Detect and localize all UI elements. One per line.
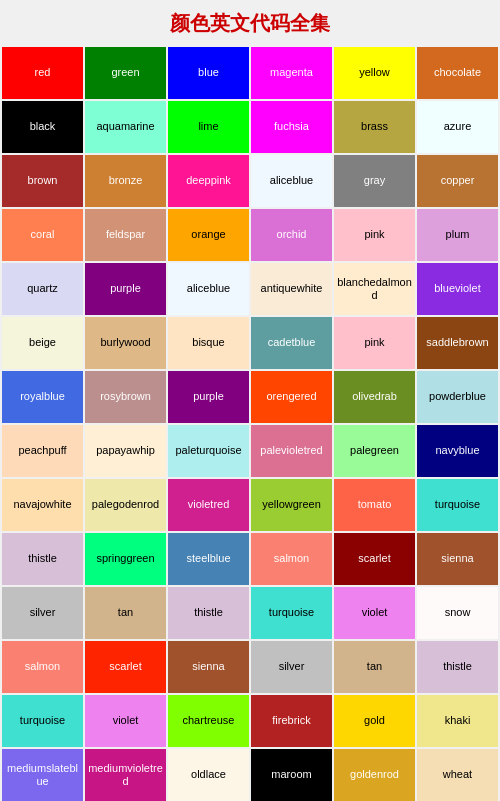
color-cell: purple: [168, 371, 249, 423]
color-cell: violet: [85, 695, 166, 747]
color-cell: royalblue: [2, 371, 83, 423]
color-cell: fuchsia: [251, 101, 332, 153]
color-cell: plum: [417, 209, 498, 261]
color-cell: palegreen: [334, 425, 415, 477]
color-cell: palegodenrod: [85, 479, 166, 531]
color-cell: papayawhip: [85, 425, 166, 477]
color-cell: brass: [334, 101, 415, 153]
color-cell: brown: [2, 155, 83, 207]
color-cell: salmon: [251, 533, 332, 585]
color-cell: lime: [168, 101, 249, 153]
color-cell: quartz: [2, 263, 83, 315]
color-cell: magenta: [251, 47, 332, 99]
color-cell: antiquewhite: [251, 263, 332, 315]
color-cell: thistle: [168, 587, 249, 639]
color-cell: aliceblue: [251, 155, 332, 207]
color-cell: pink: [334, 209, 415, 261]
color-cell: blanchedalmond: [334, 263, 415, 315]
color-cell: copper: [417, 155, 498, 207]
color-cell: tomato: [334, 479, 415, 531]
color-cell: silver: [251, 641, 332, 693]
color-cell: turquoise: [417, 479, 498, 531]
color-cell: snow: [417, 587, 498, 639]
color-cell: gray: [334, 155, 415, 207]
color-cell: peachpuff: [2, 425, 83, 477]
color-cell: violet: [334, 587, 415, 639]
color-cell: purple: [85, 263, 166, 315]
color-cell: violetred: [168, 479, 249, 531]
color-cell: burlywood: [85, 317, 166, 369]
color-cell: paleturquoise: [168, 425, 249, 477]
color-cell: powderblue: [417, 371, 498, 423]
color-cell: orange: [168, 209, 249, 261]
color-cell: blue: [168, 47, 249, 99]
color-cell: yellow: [334, 47, 415, 99]
color-cell: saddlebrown: [417, 317, 498, 369]
color-cell: turquoise: [2, 695, 83, 747]
page-title: 颜色英文代码全集: [0, 0, 500, 45]
color-cell: bronze: [85, 155, 166, 207]
color-cell: gold: [334, 695, 415, 747]
color-cell: chocolate: [417, 47, 498, 99]
color-cell: oldlace: [168, 749, 249, 801]
color-cell: coral: [2, 209, 83, 261]
color-cell: firebrick: [251, 695, 332, 747]
color-cell: springgreen: [85, 533, 166, 585]
color-grid: redgreenbluemagentayellowchocolateblacka…: [0, 45, 500, 801]
color-cell: beige: [2, 317, 83, 369]
color-cell: orchid: [251, 209, 332, 261]
color-cell: green: [85, 47, 166, 99]
color-cell: turquoise: [251, 587, 332, 639]
color-cell: tan: [334, 641, 415, 693]
color-cell: salmon: [2, 641, 83, 693]
color-cell: sienna: [417, 533, 498, 585]
color-cell: cadetblue: [251, 317, 332, 369]
color-cell: mediumslateblue: [2, 749, 83, 801]
color-cell: black: [2, 101, 83, 153]
color-cell: tan: [85, 587, 166, 639]
color-cell: azure: [417, 101, 498, 153]
color-cell: goldenrod: [334, 749, 415, 801]
color-cell: bisque: [168, 317, 249, 369]
color-cell: red: [2, 47, 83, 99]
color-cell: yellowgreen: [251, 479, 332, 531]
color-cell: olivedrab: [334, 371, 415, 423]
color-cell: chartreuse: [168, 695, 249, 747]
color-cell: thistle: [417, 641, 498, 693]
color-cell: pink: [334, 317, 415, 369]
color-cell: thistle: [2, 533, 83, 585]
color-cell: silver: [2, 587, 83, 639]
color-cell: deeppink: [168, 155, 249, 207]
color-cell: mediumvioletred: [85, 749, 166, 801]
color-cell: sienna: [168, 641, 249, 693]
color-cell: aquamarine: [85, 101, 166, 153]
color-cell: wheat: [417, 749, 498, 801]
color-cell: scarlet: [334, 533, 415, 585]
color-cell: orengered: [251, 371, 332, 423]
color-cell: khaki: [417, 695, 498, 747]
color-cell: rosybrown: [85, 371, 166, 423]
color-cell: maroom: [251, 749, 332, 801]
color-cell: feldspar: [85, 209, 166, 261]
color-cell: navajowhite: [2, 479, 83, 531]
color-cell: scarlet: [85, 641, 166, 693]
color-cell: blueviolet: [417, 263, 498, 315]
color-cell: palevioletred: [251, 425, 332, 477]
color-cell: aliceblue: [168, 263, 249, 315]
color-cell: navyblue: [417, 425, 498, 477]
color-cell: steelblue: [168, 533, 249, 585]
